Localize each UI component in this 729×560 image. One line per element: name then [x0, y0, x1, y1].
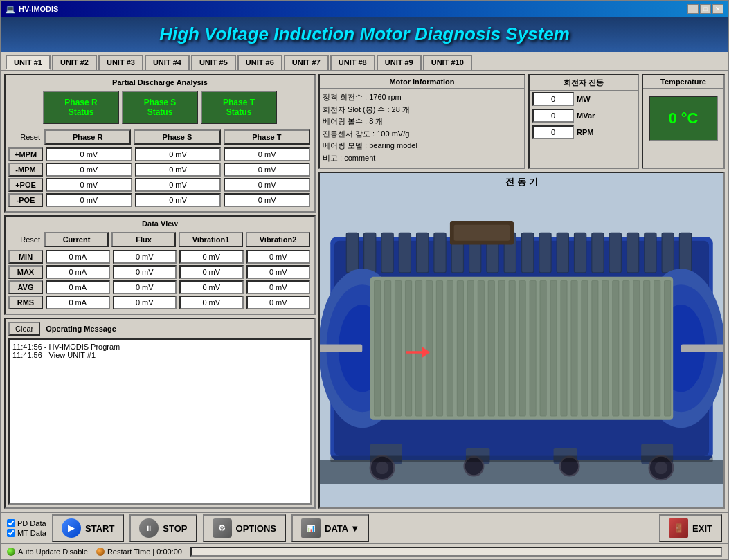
title-bar-controls: _ □ ✕: [687, 4, 723, 14]
tab-unit-9[interactable]: UNIT #9: [377, 55, 422, 70]
temp-title: Temperature: [643, 75, 723, 89]
auto-update-led: [7, 548, 15, 556]
dv-vib2-header[interactable]: Vibration2: [246, 232, 310, 247]
exit-label: EXIT: [692, 523, 712, 534]
dv-min-btn[interactable]: MIN: [8, 250, 43, 264]
svg-rect-45: [519, 280, 525, 416]
tab-unit-2[interactable]: UNIT #2: [52, 55, 97, 70]
vib-rpm-value: 0: [532, 125, 574, 139]
svg-rect-16: [557, 233, 568, 273]
motor-info-title: Motor Information: [320, 75, 524, 89]
tab-unit-8[interactable]: UNIT #8: [330, 55, 375, 70]
dv-min-flux: 0 mV: [113, 250, 177, 264]
dv-avg-vib2: 0 mV: [246, 280, 311, 294]
restart-time-status: Restart Time | 0:00:00: [96, 548, 182, 556]
exit-button[interactable]: 🚪 EXIT: [659, 514, 722, 542]
clear-btn[interactable]: Clear: [8, 322, 40, 336]
maximize-btn[interactable]: □: [700, 4, 711, 14]
svg-rect-14: [522, 233, 534, 273]
stop-button[interactable]: ⏸ STOP: [129, 514, 197, 542]
mpm-plus-r-value: 0 mV: [46, 147, 132, 161]
svg-rect-17: [574, 233, 586, 273]
svg-rect-33: [395, 280, 401, 416]
start-button[interactable]: ▶ START: [52, 514, 124, 542]
mpm-plus-row: +MPM 0 mV 0 mV 0 mV: [8, 147, 312, 161]
phase-r-btn[interactable]: Phase R: [44, 129, 131, 145]
mt-data-checkbox[interactable]: [7, 529, 15, 537]
pd-analysis-panel: Partial Discharge Analysis Phase RStatus…: [4, 74, 316, 213]
tab-unit-5[interactable]: UNIT #5: [191, 55, 236, 70]
mpm-minus-t-value: 0 mV: [224, 163, 310, 177]
poe-minus-btn[interactable]: -POE: [8, 193, 43, 207]
phase-s-status-btn[interactable]: Phase SStatus: [122, 91, 198, 124]
mpm-minus-r-value: 0 mV: [46, 163, 132, 177]
tabs-bar: UNIT #1UNIT #2UNIT #3UNIT #4UNIT #5UNIT …: [1, 52, 728, 71]
svg-rect-49: [561, 280, 567, 416]
svg-rect-19: [609, 233, 621, 273]
poe-plus-row: +POE 0 mV 0 mV 0 mV: [8, 178, 312, 192]
main-window: 💻 HV-IMODIS _ □ ✕ High Voltage Induction…: [0, 0, 729, 560]
phase-s-btn[interactable]: Phase S: [134, 129, 220, 145]
close-btn[interactable]: ✕: [712, 4, 723, 14]
dv-rms-vib1: 0 mV: [179, 296, 244, 309]
svg-rect-6: [381, 233, 393, 273]
svg-rect-46: [530, 280, 536, 416]
svg-rect-73: [454, 224, 510, 240]
pd-data-label: PD Data: [17, 519, 46, 527]
minimize-btn[interactable]: _: [687, 4, 699, 14]
motor-info-field-3: 베어링 볼수 : 8 개: [323, 116, 521, 128]
poe-minus-r-value: 0 mV: [46, 193, 132, 207]
main-content: Partial Discharge Analysis Phase RStatus…: [1, 71, 728, 512]
app-title: High Voltage Induction Motor Diagnosis S…: [8, 24, 721, 45]
dv-current-header[interactable]: Current: [44, 232, 109, 247]
mt-data-label: MT Data: [17, 529, 46, 537]
right-panel: Motor Information 정격 회전수 : 1760 rpm 회전자 …: [318, 74, 725, 509]
pd-data-checkbox[interactable]: [7, 519, 15, 527]
svg-rect-53: [602, 280, 609, 416]
svg-rect-60: [320, 344, 362, 352]
phase-t-status-btn[interactable]: Phase TStatus: [201, 91, 277, 124]
tab-unit-10[interactable]: UNIT #10: [423, 55, 472, 70]
svg-rect-18: [592, 233, 604, 273]
mpm-plus-btn[interactable]: +MPM: [8, 147, 43, 161]
dv-flux-header[interactable]: Flux: [111, 232, 176, 247]
vib-mw-unit: MW: [577, 95, 591, 103]
svg-rect-23: [679, 233, 691, 273]
tab-unit-3[interactable]: UNIT #3: [98, 55, 143, 70]
svg-rect-43: [498, 280, 505, 416]
dv-max-row: MAX 0 mA 0 mV 0 mV 0 mV: [8, 265, 312, 279]
start-icon: ▶: [62, 518, 81, 538]
vibration-box: 회전자 진동 0 MW 0 MVar 0 RPM: [528, 74, 639, 169]
dv-min-vib2: 0 mV: [246, 250, 311, 264]
dv-max-btn[interactable]: MAX: [8, 265, 43, 279]
motor-image-container: 전 동 기: [318, 172, 725, 509]
options-button[interactable]: ⚙ OPTIONS: [203, 514, 287, 542]
tab-unit-7[interactable]: UNIT #7: [284, 55, 329, 70]
poe-plus-s-value: 0 mV: [135, 178, 222, 192]
svg-rect-61: [681, 344, 723, 352]
auto-update-status: Auto Update Disable: [7, 548, 88, 556]
tab-unit-6[interactable]: UNIT #6: [237, 55, 282, 70]
poe-minus-t-value: 0 mV: [224, 193, 310, 207]
tab-unit-1[interactable]: UNIT #1: [6, 55, 51, 70]
pd-analysis-title: Partial Discharge Analysis: [8, 78, 312, 87]
mpm-minus-btn[interactable]: -MPM: [8, 163, 43, 177]
tab-unit-4[interactable]: UNIT #4: [145, 55, 190, 70]
dv-rms-btn[interactable]: RMS: [8, 296, 43, 309]
data-button[interactable]: 📊 DATA ▼: [291, 514, 369, 542]
dv-rms-current: 0 mA: [46, 296, 110, 309]
svg-rect-4: [346, 233, 358, 273]
options-label: OPTIONS: [236, 523, 277, 534]
left-panel: Partial Discharge Analysis Phase RStatus…: [4, 74, 316, 509]
svg-rect-35: [415, 280, 422, 416]
phase-r-status-btn[interactable]: Phase RStatus: [43, 91, 119, 124]
svg-rect-56: [633, 280, 640, 416]
poe-plus-btn[interactable]: +POE: [8, 178, 43, 192]
svg-rect-55: [623, 280, 629, 416]
dv-vib1-header[interactable]: Vibration1: [179, 232, 243, 247]
msg-title: Operating Message: [46, 325, 116, 333]
dv-max-vib2: 0 mV: [246, 265, 311, 279]
svg-rect-32: [385, 280, 391, 416]
phase-t-btn[interactable]: Phase T: [224, 129, 310, 145]
dv-avg-btn[interactable]: AVG: [8, 280, 43, 294]
